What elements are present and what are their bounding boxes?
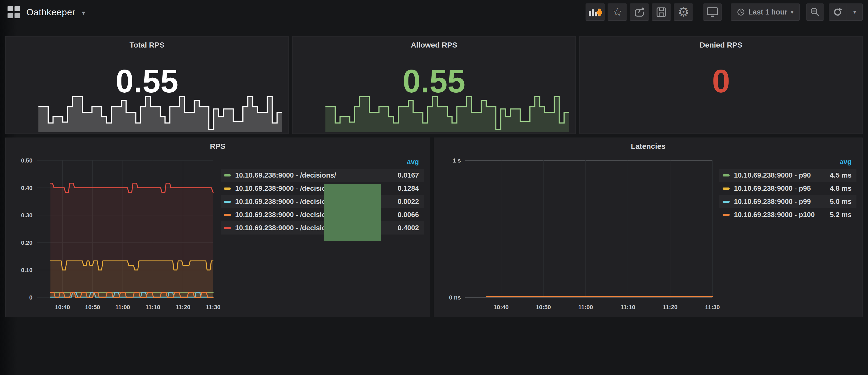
svg-text:0: 0 bbox=[29, 294, 33, 301]
refresh-button[interactable] bbox=[829, 4, 847, 21]
dashboard-picker[interactable]: Oathkeeper ▾ bbox=[7, 6, 85, 18]
zoom-out-icon bbox=[810, 7, 820, 17]
legend-row[interactable]: 10.10.69.238:9000 - /decisions/0.1284 bbox=[221, 182, 424, 195]
panel-latencies-graph: Latencies 1 s0 ns10:4010:5011:0011:1011:… bbox=[434, 137, 863, 317]
chevron-down-icon[interactable]: ▾ bbox=[82, 9, 85, 17]
series-color-swatch[interactable] bbox=[723, 187, 730, 190]
series-color-swatch[interactable] bbox=[224, 214, 231, 216]
latencies-legend: avg10.10.69.238:9000 - p904.5 ms10.10.69… bbox=[719, 157, 857, 221]
rps-legend: avg10.10.69.238:9000 - /decisions/0.0167… bbox=[221, 157, 424, 235]
svg-text:11:10: 11:10 bbox=[145, 304, 160, 311]
dashboards-grid-icon[interactable] bbox=[7, 6, 20, 18]
legend-series-label: 10.10.69.238:9000 - p95 bbox=[734, 184, 825, 193]
zoom-out-button[interactable] bbox=[806, 3, 824, 21]
svg-text:11:20: 11:20 bbox=[176, 304, 190, 311]
navbar: Oathkeeper ▾ ☆ bbox=[0, 0, 868, 24]
panel-denied-rps: Denied RPS 0 bbox=[579, 36, 863, 134]
save-button[interactable] bbox=[652, 3, 671, 21]
svg-text:11:30: 11:30 bbox=[705, 304, 720, 311]
svg-text:11:10: 11:10 bbox=[620, 304, 635, 311]
stat-value: 0 bbox=[580, 63, 862, 99]
stat-value: 0.55 bbox=[6, 63, 288, 99]
add-panel-button[interactable] bbox=[586, 3, 605, 21]
legend-series-avg: 0.0066 bbox=[398, 211, 419, 219]
svg-text:11:30: 11:30 bbox=[206, 304, 220, 311]
legend-series-avg: 4.8 ms bbox=[830, 184, 851, 193]
legend-series-avg: 0.0167 bbox=[398, 171, 419, 180]
dashboard-title[interactable]: Oathkeeper bbox=[26, 7, 75, 18]
star-icon: ☆ bbox=[613, 6, 623, 18]
series-color-swatch[interactable] bbox=[224, 201, 231, 203]
legend-series-label: 10.10.69.238:9000 - p100 bbox=[734, 211, 825, 219]
toolbar: ☆ ⚙ bbox=[586, 3, 863, 21]
legend-row[interactable]: 10.10.69.238:9000 - p1005.2 ms bbox=[719, 208, 857, 221]
svg-text:0 ns: 0 ns bbox=[449, 294, 461, 301]
series-color-swatch[interactable] bbox=[723, 214, 730, 216]
legend-row[interactable]: 10.10.69.238:9000 - /decisions/0.0167 bbox=[221, 169, 424, 182]
panel-title[interactable]: Denied RPS bbox=[580, 41, 862, 50]
legend-row[interactable]: 10.10.69.238:9000 - /decisions/0.4002 bbox=[221, 221, 424, 235]
legend-row[interactable]: 10.10.69.238:9000 - p904.5 ms bbox=[719, 169, 857, 182]
legend-avg-header[interactable]: avg bbox=[839, 158, 851, 166]
legend-row[interactable]: 10.10.69.238:9000 - /decisions/0.0066 bbox=[221, 208, 424, 221]
monitor-icon bbox=[707, 7, 718, 17]
legend-series-label: 10.10.69.238:9000 - p99 bbox=[734, 197, 825, 206]
panel-title[interactable]: Total RPS bbox=[6, 41, 288, 50]
panel-title[interactable]: Latencies bbox=[434, 142, 862, 151]
series-color-swatch[interactable] bbox=[224, 227, 231, 229]
refresh-button-group: ▾ bbox=[829, 3, 863, 21]
series-color-swatch[interactable] bbox=[723, 201, 730, 203]
legend-row[interactable]: 10.10.69.238:9000 - /decisions/0.0022 bbox=[221, 195, 424, 208]
legend-row[interactable]: 10.10.69.238:9000 - p995.0 ms bbox=[719, 195, 857, 208]
svg-text:0.10: 0.10 bbox=[21, 267, 33, 274]
star-button[interactable]: ☆ bbox=[608, 3, 627, 21]
add-panel-icon bbox=[588, 7, 602, 17]
panel-title[interactable]: Allowed RPS bbox=[293, 41, 575, 50]
legend-row[interactable]: 10.10.69.238:9000 - p954.8 ms bbox=[719, 182, 857, 195]
legend-series-label: 10.10.69.238:9000 - /decisions/ bbox=[235, 171, 392, 180]
chevron-down-icon: ▾ bbox=[853, 9, 856, 15]
chevron-down-icon: ▾ bbox=[790, 9, 794, 15]
series-color-swatch[interactable] bbox=[723, 174, 730, 177]
share-icon bbox=[634, 7, 645, 17]
save-icon bbox=[656, 7, 666, 17]
svg-text:11:20: 11:20 bbox=[663, 304, 678, 311]
svg-text:0.30: 0.30 bbox=[21, 212, 33, 219]
panel-title[interactable]: RPS bbox=[6, 142, 430, 151]
legend-series-avg: 0.1284 bbox=[398, 184, 419, 193]
legend-series-avg: 4.5 ms bbox=[830, 171, 851, 180]
panel-total-rps: Total RPS 0.55 bbox=[5, 36, 289, 134]
legend-avg-header[interactable]: avg bbox=[407, 158, 419, 166]
time-range-picker[interactable]: Last 1 hour ▾ bbox=[731, 3, 800, 21]
green-overlay-artifact bbox=[324, 184, 381, 241]
refresh-icon bbox=[833, 7, 843, 17]
share-button[interactable] bbox=[630, 3, 649, 21]
svg-text:10:40: 10:40 bbox=[55, 304, 70, 311]
refresh-interval-button[interactable]: ▾ bbox=[847, 4, 862, 21]
panel-rps-graph: RPS 0.500.400.300.200.10010:4010:5011:00… bbox=[5, 137, 430, 317]
svg-text:10:50: 10:50 bbox=[85, 304, 100, 311]
legend-series-avg: 5.0 ms bbox=[830, 197, 851, 206]
stat-value: 0.55 bbox=[293, 63, 575, 99]
svg-text:10:40: 10:40 bbox=[494, 304, 509, 311]
svg-text:11:00: 11:00 bbox=[578, 304, 593, 311]
legend-series-avg: 0.0022 bbox=[398, 197, 419, 206]
legend-series-avg: 0.4002 bbox=[398, 224, 419, 232]
legend-series-label: 10.10.69.238:9000 - p90 bbox=[734, 171, 825, 180]
panel-allowed-rps: Allowed RPS 0.55 bbox=[292, 36, 576, 134]
legend-series-avg: 5.2 ms bbox=[830, 211, 851, 219]
clock-icon bbox=[737, 8, 745, 16]
gear-icon: ⚙ bbox=[678, 6, 689, 19]
series-color-swatch[interactable] bbox=[224, 174, 231, 177]
series-color-swatch[interactable] bbox=[224, 187, 231, 190]
svg-text:11:00: 11:00 bbox=[115, 304, 130, 311]
tv-mode-button[interactable] bbox=[703, 3, 722, 21]
settings-button[interactable]: ⚙ bbox=[674, 3, 693, 21]
svg-text:0.50: 0.50 bbox=[21, 157, 33, 164]
rps-chart[interactable]: 0.500.400.300.200.10010:4010:5011:0011:1… bbox=[8, 153, 217, 315]
svg-text:0.20: 0.20 bbox=[21, 239, 33, 246]
svg-text:10:50: 10:50 bbox=[536, 304, 551, 311]
latencies-chart[interactable]: 1 s0 ns10:4010:5011:0011:1011:2011:30 bbox=[436, 153, 717, 315]
grafana-dashboard: Oathkeeper ▾ ☆ bbox=[0, 0, 868, 375]
svg-text:0.40: 0.40 bbox=[21, 185, 33, 191]
